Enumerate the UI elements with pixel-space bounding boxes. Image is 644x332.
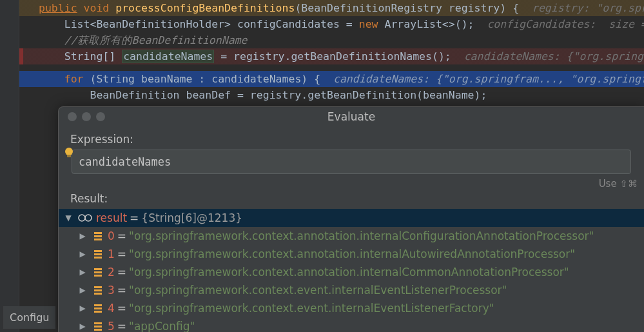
item-value: "org.springframework.context.annotation.… xyxy=(129,266,569,278)
dialog-title: Evaluate xyxy=(59,110,644,123)
method-name: processConfigBeanDefinitions xyxy=(115,2,295,14)
code-text: String[] xyxy=(64,50,122,63)
code-line: String[] candidateNames = registry.getBe… xyxy=(19,48,644,64)
keyword: for xyxy=(64,73,84,85)
result-type: {String[6]@1213} xyxy=(141,211,242,224)
chevron-right-icon[interactable]: ▶ xyxy=(77,268,88,277)
inline-hint: registry: "org.springf xyxy=(532,2,644,14)
expression-value: candidateNames xyxy=(79,155,171,168)
result-tree[interactable]: ▼ result = {String[6]@1213} ▶0 = "org.sp… xyxy=(59,209,644,332)
chevron-right-icon[interactable]: ▶ xyxy=(77,322,88,331)
code-line: BeanDefinition beanDef = registry.getBea… xyxy=(19,87,644,103)
chevron-down-icon[interactable]: ▼ xyxy=(63,213,74,222)
result-item-row[interactable]: ▶2 = "org.springframework.context.annota… xyxy=(59,263,644,281)
result-item-row[interactable]: ▶0 = "org.springframework.context.annota… xyxy=(59,227,644,245)
code-line: List<BeanDefinitionHolder> configCandida… xyxy=(19,16,644,32)
editor[interactable]: public void processConfigBeanDefinitions… xyxy=(19,0,644,103)
evaluate-dialog: Evaluate Expression: candidateNames Use … xyxy=(58,106,644,332)
expression-label: Expression: xyxy=(59,126,644,150)
chevron-right-icon[interactable]: ▶ xyxy=(77,304,88,313)
code-line xyxy=(19,64,644,71)
item-index: 0 xyxy=(108,229,115,242)
ide-window: public void processConfigBeanDefinitions… xyxy=(0,0,644,332)
file-tab[interactable]: Configu xyxy=(3,306,55,329)
gutter xyxy=(0,0,19,332)
inline-hint: candidateNames: {"org.springfram..., "or… xyxy=(333,73,644,85)
svg-point-1 xyxy=(85,215,92,221)
item-value: "org.springframework.context.event.inter… xyxy=(129,302,494,315)
chevron-right-icon[interactable]: ▶ xyxy=(77,286,88,295)
inline-hint: candidateNames: {"org.springfram. xyxy=(464,50,644,63)
field-icon xyxy=(92,248,104,260)
inline-hint: configCandidates: size = 0 xyxy=(487,18,644,30)
comment: //获取所有的BeanDefinitionName xyxy=(64,34,248,48)
field-icon xyxy=(92,302,104,314)
keyword: public xyxy=(39,2,77,14)
result-root-row[interactable]: ▼ result = {String[6]@1213} xyxy=(59,209,644,227)
item-value: "appConfig" xyxy=(129,320,195,332)
svg-point-0 xyxy=(79,215,85,221)
item-value: "org.springframework.context.annotation.… xyxy=(129,248,575,260)
code-text: List<BeanDefinitionHolder> configCandida… xyxy=(64,18,359,30)
highlighted-var: candidateNames xyxy=(122,50,214,63)
item-value: "org.springframework.context.annotation.… xyxy=(129,229,594,242)
svg-point-3 xyxy=(65,148,73,155)
field-icon xyxy=(92,230,104,242)
line-marker xyxy=(19,48,23,64)
result-item-row[interactable]: ▶4 = "org.springframework.context.event.… xyxy=(59,299,644,317)
result-name: result xyxy=(96,211,127,224)
item-value: "org.springframework.context.event.inter… xyxy=(129,284,507,297)
bulb-icon[interactable] xyxy=(63,147,75,159)
equals: = xyxy=(127,211,141,224)
item-index: 1 xyxy=(108,248,115,260)
result-item-row[interactable]: ▶1 = "org.springframework.context.annota… xyxy=(59,245,644,263)
svg-rect-4 xyxy=(67,155,71,157)
item-index: 3 xyxy=(108,284,115,297)
code-text: = registry.getBeanDefinitionNames(); xyxy=(214,50,451,63)
code-line-breakpoint: for (String beanName : candidateNames) {… xyxy=(19,71,644,87)
code-line: public void processConfigBeanDefinitions… xyxy=(19,0,644,16)
field-icon xyxy=(92,320,104,332)
keyword: void xyxy=(84,2,110,14)
equals: = xyxy=(115,302,129,315)
chevron-right-icon[interactable]: ▶ xyxy=(77,249,88,259)
item-index: 2 xyxy=(108,266,115,278)
field-icon xyxy=(92,284,104,296)
equals: = xyxy=(115,284,129,297)
keyword: new xyxy=(359,18,378,30)
signature: (BeanDefinitionRegistry registry) { xyxy=(295,2,519,14)
equals: = xyxy=(115,229,129,242)
code-line: //获取所有的BeanDefinitionName xyxy=(19,32,644,48)
equals: = xyxy=(115,266,129,278)
result-label: Result: xyxy=(59,190,644,209)
field-icon xyxy=(92,266,104,278)
item-index: 4 xyxy=(108,302,115,315)
watch-icon xyxy=(78,213,92,222)
expression-input[interactable]: candidateNames xyxy=(72,150,631,174)
code-text: ArrayList<>(); xyxy=(378,18,474,30)
result-item-row[interactable]: ▶5 = "appConfig" xyxy=(59,317,644,332)
item-index: 5 xyxy=(108,320,115,332)
code-text: BeanDefinition beanDef = registry.getBea… xyxy=(90,89,487,101)
equals: = xyxy=(115,320,129,332)
equals: = xyxy=(115,248,129,260)
result-item-row[interactable]: ▶3 = "org.springframework.context.event.… xyxy=(59,281,644,299)
code-text: (String beanName : candidateNames) { xyxy=(84,73,321,85)
chevron-right-icon[interactable]: ▶ xyxy=(77,231,88,240)
shortcut-hint: Use ⇧⌘ xyxy=(59,174,644,190)
dialog-titlebar[interactable]: Evaluate xyxy=(59,107,644,126)
